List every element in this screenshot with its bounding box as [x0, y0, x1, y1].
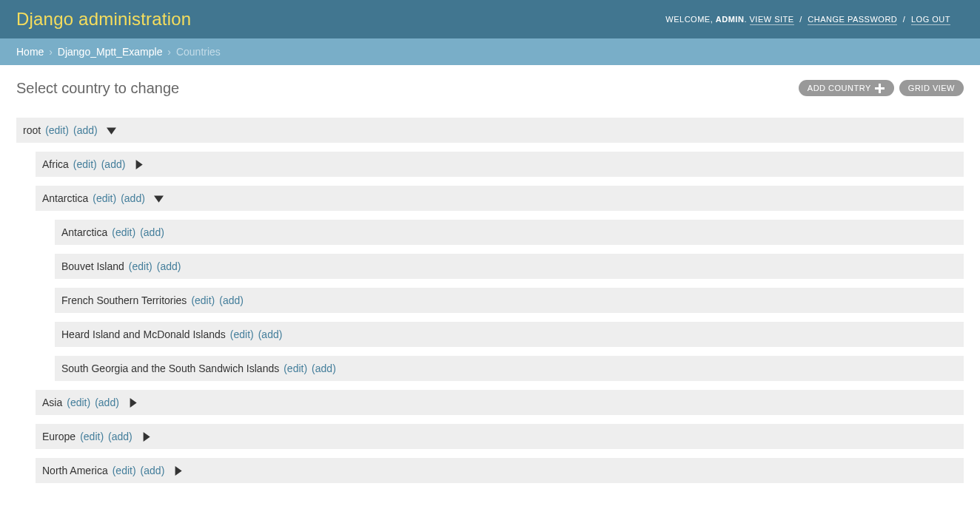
node-name: Asia — [42, 397, 62, 408]
tree-node: Europe (edit) (add) — [36, 424, 964, 449]
add-link[interactable]: (add) — [140, 226, 164, 238]
collapse-icon[interactable] — [154, 194, 164, 203]
node-row: Bouvet Island (edit) (add) — [55, 254, 964, 279]
content: Select country to change ADD COUNTRY GRI… — [0, 65, 980, 507]
separator: / — [799, 15, 802, 24]
tree-node: Heard Island and McDonald Islands (edit)… — [55, 322, 964, 347]
node-row: Asia (edit) (add) — [36, 390, 964, 415]
edit-link[interactable]: (edit) — [129, 260, 152, 272]
add-link[interactable]: (add) — [219, 294, 244, 306]
add-link[interactable]: (add) — [258, 328, 283, 340]
node-row: Heard Island and McDonald Islands (edit)… — [55, 322, 964, 347]
plus-icon — [875, 83, 885, 93]
add-link[interactable]: (add) — [157, 260, 181, 272]
page-title: Select country to change — [16, 80, 179, 97]
node-name: Antarctica — [42, 192, 88, 204]
collapse-icon[interactable] — [107, 126, 116, 135]
tree-node-root: root (edit) (add) Africa (edit) (add) — [16, 118, 964, 483]
add-link[interactable]: (add) — [101, 158, 126, 170]
header: Django administration WELCOME, ADMIN. VI… — [0, 0, 980, 38]
node-row: Antarctica (edit) (add) — [55, 220, 964, 245]
expand-icon[interactable] — [128, 398, 138, 408]
site-title-link[interactable]: Django administration — [16, 9, 191, 29]
edit-link[interactable]: (edit) — [230, 328, 254, 340]
add-country-label: ADD COUNTRY — [808, 84, 871, 92]
node-name: root — [23, 124, 41, 136]
object-tools-row: Select country to change ADD COUNTRY GRI… — [16, 80, 964, 97]
node-row: root (edit) (add) — [16, 118, 964, 143]
tree-node: Asia (edit) (add) — [36, 390, 964, 415]
expand-icon[interactable] — [141, 432, 151, 442]
node-row: South Georgia and the South Sandwich Isl… — [55, 356, 964, 381]
add-country-button[interactable]: ADD COUNTRY — [799, 80, 894, 96]
node-row: Antarctica (edit) (add) — [36, 186, 964, 211]
node-name: Bouvet Island — [61, 260, 124, 272]
add-link[interactable]: (add) — [108, 431, 132, 442]
add-link[interactable]: (add) — [95, 397, 119, 408]
node-name: Antarctica — [61, 226, 107, 238]
node-name: French Southern Territories — [61, 294, 187, 306]
node-row: Europe (edit) (add) — [36, 424, 964, 449]
edit-link[interactable]: (edit) — [73, 158, 97, 170]
username: ADMIN — [716, 15, 745, 24]
add-link[interactable]: (add) — [73, 124, 98, 136]
breadcrumb-separator: › — [49, 46, 53, 58]
welcome-text: WELCOME, — [665, 15, 713, 24]
tree-node: French Southern Territories (edit) (add) — [55, 288, 964, 313]
breadcrumb-separator: › — [167, 46, 171, 58]
edit-link[interactable]: (edit) — [45, 124, 69, 136]
node-row: North America (edit) (add) — [36, 458, 964, 483]
change-password-link[interactable]: CHANGE PASSWORD — [808, 15, 897, 25]
edit-link[interactable]: (edit) — [113, 465, 136, 476]
edit-link[interactable]: (edit) — [112, 226, 135, 238]
separator: / — [903, 15, 906, 24]
tree-node: Bouvet Island (edit) (add) — [55, 254, 964, 279]
node-row: French Southern Territories (edit) (add) — [55, 288, 964, 313]
add-link[interactable]: (add) — [141, 465, 165, 476]
tree-node: South Georgia and the South Sandwich Isl… — [55, 356, 964, 381]
node-name: South Georgia and the South Sandwich Isl… — [61, 363, 279, 374]
add-link[interactable]: (add) — [121, 192, 145, 204]
tree-node: Antarctica (edit) (add) Antarctica (edit… — [36, 186, 964, 381]
children: Antarctica (edit) (add) Bouvet Island (e… — [36, 220, 964, 381]
expand-icon[interactable] — [173, 466, 183, 476]
node-name: Africa — [42, 158, 69, 170]
edit-link[interactable]: (edit) — [283, 363, 307, 374]
breadcrumb-app[interactable]: Django_Mptt_Example — [58, 46, 163, 58]
tree-node: Africa (edit) (add) — [36, 152, 964, 177]
tree-node: Antarctica (edit) (add) — [55, 220, 964, 245]
node-name: Europe — [42, 431, 75, 442]
node-row: Africa (edit) (add) — [36, 152, 964, 177]
object-tools: ADD COUNTRY GRID VIEW — [799, 80, 964, 96]
grid-view-label: GRID VIEW — [908, 84, 955, 92]
node-name: North America — [42, 465, 108, 476]
logout-link[interactable]: LOG OUT — [911, 15, 950, 25]
edit-link[interactable]: (edit) — [67, 397, 90, 408]
breadcrumb: Home › Django_Mptt_Example › Countries — [0, 38, 980, 65]
view-site-link[interactable]: VIEW SITE — [750, 15, 794, 25]
grid-view-button[interactable]: GRID VIEW — [899, 80, 964, 96]
edit-link[interactable]: (edit) — [93, 192, 116, 204]
expand-icon[interactable] — [134, 160, 144, 169]
site-title: Django administration — [16, 9, 191, 30]
tree-node: North America (edit) (add) — [36, 458, 964, 483]
node-name: Heard Island and McDonald Islands — [61, 328, 226, 340]
tree-list: root (edit) (add) Africa (edit) (add) — [16, 118, 964, 483]
children: Africa (edit) (add) Antarctica (edit) (a… — [16, 152, 964, 483]
breadcrumb-current: Countries — [176, 46, 221, 58]
user-tools: WELCOME, ADMIN. VIEW SITE / CHANGE PASSW… — [665, 15, 950, 24]
breadcrumb-home[interactable]: Home — [16, 46, 44, 58]
edit-link[interactable]: (edit) — [191, 294, 215, 306]
add-link[interactable]: (add) — [312, 363, 336, 374]
edit-link[interactable]: (edit) — [80, 431, 104, 442]
